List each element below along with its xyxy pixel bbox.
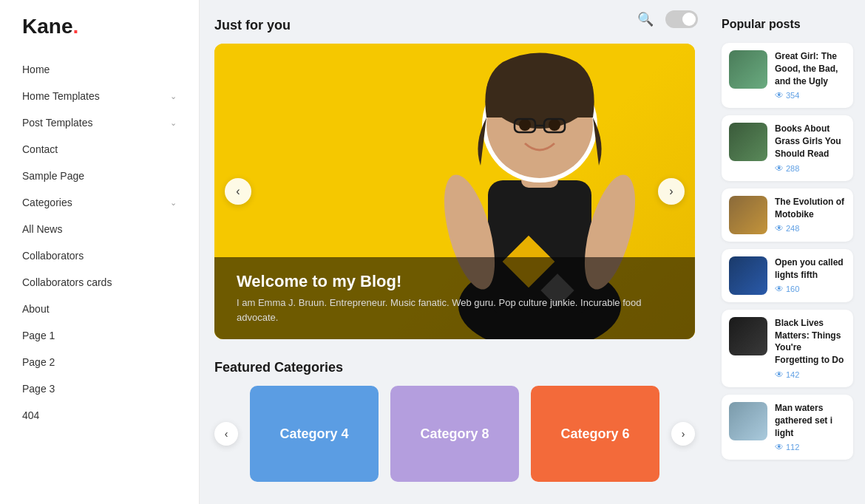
post-title: Black Lives Matters: Things You're Forge… [775, 317, 846, 367]
sidebar-item-page-3[interactable]: Page 3 [0, 375, 199, 402]
nav-item-label: Home [22, 64, 50, 75]
post-thumbnail [729, 50, 767, 89]
logo-name: Kane [22, 15, 72, 38]
svg-point-8 [519, 119, 531, 131]
popular-post-item[interactable]: Man waters gathered set i light 👁 112 [722, 395, 853, 460]
hero-caption-title: Welcome to my Blog! [237, 272, 673, 291]
post-info: Open you called lights fifth 👁 160 [775, 256, 846, 295]
category-card-category-8[interactable]: Category 8 [390, 386, 519, 482]
eye-icon: 👁 [775, 223, 784, 234]
post-thumbnail [729, 196, 767, 234]
category-label: Category 4 [279, 426, 348, 442]
popular-post-item[interactable]: The Evolution of Motobike 👁 248 [722, 188, 853, 242]
post-title: The Evolution of Motobike [775, 196, 846, 221]
hero-slider: ‹ › Welcome to my Blog! I am Emma J. Bru… [214, 44, 695, 339]
view-count: 354 [786, 91, 799, 100]
eye-icon: 👁 [775, 284, 784, 294]
sidebar-item-contact[interactable]: Contact [0, 136, 199, 163]
chevron-down-icon: ⌄ [170, 92, 177, 101]
categories-prev-button[interactable]: ‹ [214, 422, 238, 446]
right-panel: Popular posts Great Girl: The Good, the … [710, 0, 865, 504]
sidebar-item-home[interactable]: Home [0, 56, 199, 83]
popular-post-item[interactable]: Open you called lights fifth 👁 160 [722, 249, 853, 302]
sidebar-item-sample-page[interactable]: Sample Page [0, 163, 199, 189]
popular-post-item[interactable]: Black Lives Matters: Things You're Forge… [722, 310, 853, 387]
post-views: 👁 142 [775, 370, 846, 380]
eye-icon: 👁 [775, 163, 784, 174]
sidebar-item-all-news[interactable]: All News [0, 216, 199, 242]
view-count: 288 [786, 164, 799, 173]
post-views: 👁 288 [775, 163, 846, 174]
eye-icon: 👁 [775, 442, 784, 452]
post-title: Open you called lights fifth [775, 256, 846, 282]
nav-item-label: About [22, 303, 50, 315]
main-content: 🔍 Just for you [200, 0, 710, 504]
post-info: Man waters gathered set i light 👁 112 [775, 402, 846, 452]
post-info: The Evolution of Motobike 👁 248 [775, 196, 846, 234]
category-card-category-4[interactable]: Category 4 [250, 386, 379, 482]
post-thumbnail [729, 123, 767, 161]
theme-toggle[interactable] [665, 10, 698, 28]
logo-dot: . [72, 15, 78, 38]
eye-icon: 👁 [775, 370, 784, 380]
category-label: Category 8 [420, 426, 489, 442]
popular-post-item[interactable]: Great Girl: The Good, the Bad, and the U… [722, 43, 853, 108]
nav-item-label: Home Templates [22, 90, 100, 102]
just-for-you-section: Just for you [214, 18, 695, 357]
hero-caption: Welcome to my Blog! I am Emma J. Bruun. … [214, 257, 695, 339]
search-button[interactable]: 🔍 [637, 11, 654, 27]
post-info: Black Lives Matters: Things You're Forge… [775, 317, 846, 380]
nav-item-label: All News [22, 223, 62, 235]
nav-item-label: Contact [22, 143, 58, 155]
svg-point-9 [549, 119, 560, 131]
view-count: 248 [786, 224, 799, 233]
logo: Kane. [0, 15, 199, 56]
nav-item-label: Collaborators cards [22, 276, 112, 288]
categories-row: ‹ Category 4Category 8Category 6 › [214, 386, 695, 482]
featured-categories-title: Featured Categories [214, 360, 695, 375]
app-layout: Kane. HomeHome Templates⌄Post Templates⌄… [0, 0, 865, 504]
eye-icon: 👁 [775, 90, 784, 101]
view-count: 112 [786, 443, 799, 452]
popular-posts-list: Great Girl: The Good, the Bad, and the U… [722, 43, 853, 460]
featured-categories-section: Featured Categories ‹ Category 4Category… [214, 360, 695, 482]
nav-item-label: Collaborators [22, 250, 84, 262]
hero-next-button[interactable]: › [658, 178, 685, 205]
sidebar-item-page-1[interactable]: Page 1 [0, 322, 199, 349]
nav-menu: HomeHome Templates⌄Post Templates⌄Contac… [0, 56, 199, 429]
sidebar-item-404[interactable]: 404 [0, 402, 199, 429]
just-for-you-title: Just for you [214, 18, 695, 33]
category-card-category-6[interactable]: Category 6 [531, 386, 659, 482]
post-thumbnail [729, 256, 767, 295]
sidebar-item-page-2[interactable]: Page 2 [0, 349, 199, 375]
hero-caption-subtitle: I am Emma J. Bruun. Entrepreneur. Music … [237, 296, 673, 324]
view-count: 142 [786, 370, 799, 379]
post-views: 👁 112 [775, 442, 846, 452]
nav-item-label: Sample Page [22, 170, 84, 182]
sidebar-item-about[interactable]: About [0, 296, 199, 322]
categories-list: Category 4Category 8Category 6 [250, 386, 659, 482]
post-views: 👁 160 [775, 284, 846, 294]
sidebar: Kane. HomeHome Templates⌄Post Templates⌄… [0, 0, 200, 504]
sidebar-item-collaborators-cards[interactable]: Collaborators cards [0, 269, 199, 296]
hero-prev-button[interactable]: ‹ [225, 178, 251, 205]
categories-next-button[interactable]: › [671, 422, 695, 446]
view-count: 160 [786, 285, 799, 293]
sidebar-item-collaborators[interactable]: Collaborators [0, 242, 199, 269]
sidebar-item-categories[interactable]: Categories⌄ [0, 189, 199, 216]
chevron-down-icon: ⌄ [170, 118, 177, 128]
post-title: Great Girl: The Good, the Bad, and the U… [775, 50, 846, 87]
post-info: Great Girl: The Good, the Bad, and the U… [775, 50, 846, 101]
sidebar-item-post-templates[interactable]: Post Templates⌄ [0, 109, 199, 136]
sidebar-item-home-templates[interactable]: Home Templates⌄ [0, 83, 199, 109]
category-label: Category 6 [560, 426, 629, 442]
nav-item-label: Categories [22, 197, 72, 208]
top-controls: 🔍 [637, 10, 698, 28]
nav-item-label: Page 1 [22, 330, 55, 341]
nav-item-label: Page 3 [22, 383, 55, 395]
nav-item-label: Page 2 [22, 356, 55, 368]
popular-posts-title: Popular posts [722, 18, 853, 31]
popular-post-item[interactable]: Books About Grass Girls You Should Read … [722, 115, 853, 180]
post-views: 👁 248 [775, 223, 846, 234]
post-views: 👁 354 [775, 90, 846, 101]
